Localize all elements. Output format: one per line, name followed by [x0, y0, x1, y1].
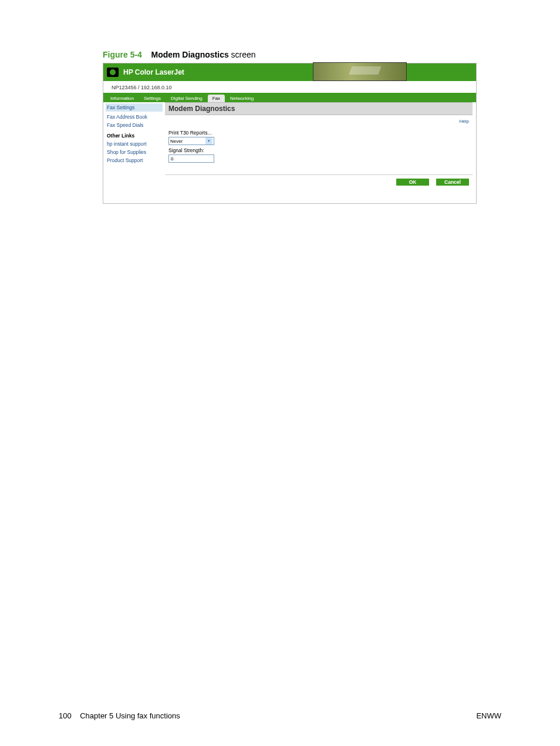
footer-page-number: 100: [59, 711, 72, 720]
header-product-image: [313, 62, 407, 81]
signal-strength-label: Signal Strength:: [168, 147, 469, 153]
cancel-button[interactable]: Cancel: [436, 179, 469, 186]
print-t30-label: Print T30 Reports...: [168, 130, 469, 136]
tab-settings[interactable]: Settings: [139, 95, 166, 102]
figure-caption: Figure 5-4 Modem Diagnostics screen: [103, 50, 478, 59]
tab-information[interactable]: Information: [106, 95, 139, 102]
footer-right: ENWW: [476, 711, 501, 720]
device-info: NP123456 / 192.168.0.10: [103, 81, 476, 93]
content-area: Modem Diagnostics Help Print T30 Reports…: [165, 102, 476, 203]
sidebar: Fax Settings Fax Address Book Fax Speed …: [103, 102, 165, 203]
hp-logo-icon: [107, 68, 119, 77]
sidebar-item-fax-address-book[interactable]: Fax Address Book: [106, 113, 163, 121]
page-footer: 100 Chapter 5 Using fax functions ENWW: [59, 711, 501, 720]
figure-title-bold: Modem Diagnostics: [151, 50, 228, 59]
sidebar-item-shop-for-supplies[interactable]: Shop for Supplies: [106, 148, 163, 156]
sidebar-item-product-support[interactable]: Product Support: [106, 156, 163, 164]
tab-digital-sending[interactable]: Digital Sending: [166, 95, 207, 102]
sidebar-item-hp-instant-support[interactable]: hp instant support: [106, 140, 163, 148]
chevron-down-icon: ▾: [205, 137, 212, 145]
product-title: HP Color LaserJet: [123, 68, 184, 76]
print-t30-value: Never: [170, 139, 183, 144]
sidebar-heading-other-links: Other Links: [106, 129, 163, 140]
tab-fax[interactable]: Fax: [208, 95, 225, 102]
tab-row: Information Settings Digital Sending Fax…: [103, 93, 476, 102]
page-title: Modem Diagnostics: [165, 102, 473, 115]
print-t30-select[interactable]: Never ▾: [168, 137, 214, 145]
sidebar-item-fax-settings[interactable]: Fax Settings: [106, 103, 163, 112]
screenshot-panel: HP Color LaserJet NP123456 / 192.168.0.1…: [103, 63, 477, 204]
sidebar-item-fax-speed-dials[interactable]: Fax Speed Dials: [106, 121, 163, 129]
signal-strength-input[interactable]: [168, 154, 214, 163]
ok-button[interactable]: OK: [396, 179, 429, 186]
footer-chapter: Chapter 5 Using fax functions: [80, 711, 180, 720]
tab-networking[interactable]: Networking: [225, 95, 258, 102]
figure-number: Figure 5-4: [103, 50, 142, 59]
figure-title-rest: screen: [229, 50, 256, 59]
header-bar: HP Color LaserJet: [103, 63, 476, 81]
help-link[interactable]: Help: [165, 115, 473, 130]
